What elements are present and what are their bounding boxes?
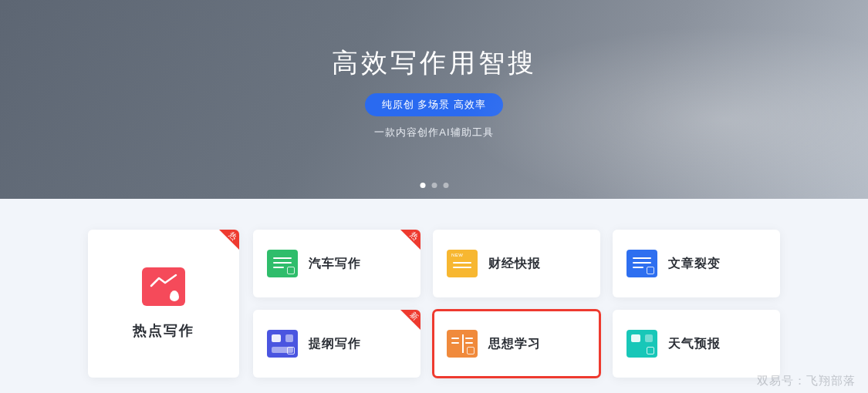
chart-flame-icon — [142, 267, 185, 306]
card-article-split[interactable]: 文章裂变 — [613, 230, 780, 297]
split-icon — [627, 250, 657, 277]
card-hot-writing[interactable]: 热 热点写作 — [88, 230, 239, 378]
book-icon — [447, 330, 478, 358]
carousel-dot[interactable] — [420, 183, 425, 188]
card-label: 财经快报 — [488, 256, 541, 272]
hot-badge: 热 — [219, 230, 239, 250]
weather-icon — [627, 330, 657, 358]
hero-banner: 高效写作用智搜 纯原创 多场景 高效率 一款内容创作AI辅助工具 — [0, 0, 868, 199]
grid-icon — [267, 330, 298, 358]
hot-badge: 热 — [400, 230, 420, 250]
hero-pill: 纯原创 多场景 高效率 — [365, 93, 503, 116]
new-badge: 新 — [400, 310, 420, 330]
card-label: 汽车写作 — [309, 256, 361, 272]
card-label: 天气预报 — [668, 336, 721, 352]
card-car-writing[interactable]: 热 汽车写作 — [253, 230, 420, 297]
carousel-dot[interactable] — [431, 183, 437, 188]
card-title: 热点写作 — [133, 321, 194, 340]
hero-title: 高效写作用智搜 — [332, 45, 537, 81]
watermark-text: 双易号：飞翔部落 — [757, 374, 856, 388]
document-icon — [267, 250, 298, 277]
card-finance-news[interactable]: 财经快报 — [433, 230, 600, 297]
news-icon — [447, 250, 478, 277]
hero-subtitle: 一款内容创作AI辅助工具 — [374, 126, 493, 139]
card-thought-study[interactable]: 思想学习 — [433, 310, 600, 378]
card-label: 提纲写作 — [309, 336, 361, 352]
category-grid: 热 热点写作 热 汽车写作 财经快报 文章裂变 新 — [0, 199, 868, 378]
card-label: 文章裂变 — [668, 256, 721, 272]
carousel-dot[interactable] — [443, 183, 448, 188]
carousel-dots[interactable] — [420, 183, 448, 188]
card-weather-forecast[interactable]: 天气预报 — [613, 310, 780, 378]
card-label: 思想学习 — [488, 336, 541, 352]
card-outline-writing[interactable]: 新 提纲写作 — [253, 310, 420, 378]
